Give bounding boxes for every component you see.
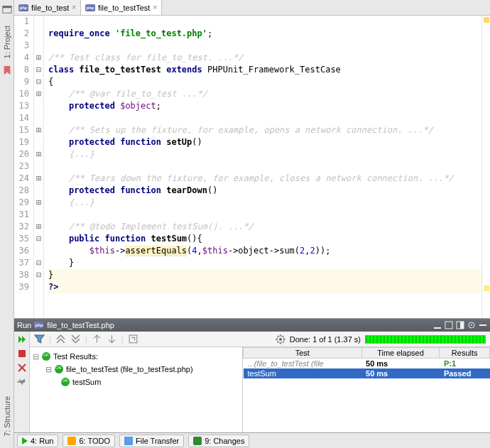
line-numbers: 1234891013141519202324282931323536373839 bbox=[14, 16, 34, 318]
table-row[interactable]: testSum50 msPassed bbox=[244, 368, 490, 378]
tab-file-to-test-test[interactable]: php file_to_testTest × bbox=[81, 0, 162, 15]
svg-rect-3 bbox=[445, 322, 452, 329]
tree-root-label: Test Results: bbox=[53, 352, 98, 361]
run-file-label: file_to_testTest.php bbox=[47, 321, 114, 329]
changes-tool-button[interactable]: 9: Changes bbox=[188, 435, 249, 447]
settings-icon[interactable] bbox=[276, 334, 285, 344]
gear-icon[interactable] bbox=[467, 321, 476, 329]
project-tool-tab[interactable]: 1: Project bbox=[1, 23, 13, 61]
run-header-label: Run bbox=[17, 321, 31, 329]
ok-status-icon bbox=[42, 352, 50, 361]
svg-rect-9 bbox=[18, 350, 26, 357]
error-stripe[interactable] bbox=[481, 16, 490, 318]
tab-label: file_to_test bbox=[31, 4, 69, 12]
php-file-icon: php bbox=[18, 4, 28, 11]
results-split: ⊟ Test Results: ⊟ file_to_testTest (file… bbox=[30, 347, 490, 432]
test-tree[interactable]: ⊟ Test Results: ⊟ file_to_testTest (file… bbox=[30, 347, 243, 432]
th-time[interactable]: Time elapsed bbox=[361, 348, 440, 359]
tab-label: file_to_testTest bbox=[98, 4, 150, 12]
progress-bar bbox=[365, 335, 486, 344]
svg-rect-2 bbox=[434, 327, 441, 329]
table-row[interactable]: .. (file_to_testTest (file50 msP:1 bbox=[244, 359, 490, 369]
svg-rect-8 bbox=[479, 324, 486, 326]
tree-suite[interactable]: ⊟ file_to_testTest (file_to_testTest.php… bbox=[33, 363, 239, 376]
collapse-icon[interactable] bbox=[55, 334, 66, 344]
changes-icon bbox=[193, 437, 202, 445]
todo-btn-label: 6: TODO bbox=[79, 437, 110, 445]
results-table[interactable]: Test Time elapsed Results .. (file_to_te… bbox=[243, 347, 490, 432]
next-icon[interactable] bbox=[107, 334, 117, 344]
bottom-tool-bar: 4: Run 6: TODO File Transfer 9: Changes bbox=[14, 432, 490, 448]
changes-btn-label: 9: Changes bbox=[205, 437, 244, 445]
pin-icon[interactable] bbox=[17, 377, 27, 387]
dock-icon[interactable] bbox=[456, 321, 464, 329]
ok-status-icon bbox=[55, 365, 63, 373]
run-tool-window: Run php file_to_testTest.php | bbox=[14, 318, 490, 432]
tree-suite-label: file_to_testTest (file_to_testTest.php) bbox=[66, 365, 193, 373]
main-area: php file_to_test × php file_to_testTest … bbox=[14, 0, 490, 448]
hide-icon[interactable] bbox=[479, 321, 487, 329]
svg-rect-1 bbox=[2, 6, 11, 9]
editor-tabs: php file_to_test × php file_to_testTest … bbox=[14, 0, 490, 16]
code-editor[interactable]: 1234891013141519202324282931323536373839… bbox=[14, 16, 490, 318]
php-file-icon: php bbox=[34, 322, 44, 329]
rerun-icon[interactable] bbox=[17, 334, 27, 344]
ok-status-icon bbox=[61, 378, 70, 386]
todo-tool-button[interactable]: 6: TODO bbox=[62, 435, 115, 447]
th-test[interactable]: Test bbox=[244, 348, 362, 359]
warning-marker[interactable] bbox=[484, 17, 489, 23]
tab-file-to-test[interactable]: php file_to_test × bbox=[14, 0, 81, 15]
code-area[interactable]: require_once 'file_to_test.php';/** Test… bbox=[44, 16, 481, 318]
svg-rect-10 bbox=[129, 335, 137, 343]
svg-rect-5 bbox=[460, 322, 464, 329]
warning-marker[interactable] bbox=[484, 285, 489, 291]
tree-root[interactable]: ⊟ Test Results: bbox=[33, 350, 239, 363]
svg-point-7 bbox=[471, 324, 472, 326]
fold-gutter[interactable]: ⊞⊟⊟⊞⊞⊞⊞⊞⊞⊟⊟⊟ bbox=[34, 16, 44, 318]
tree-test-label: testSum bbox=[72, 378, 101, 386]
run-header[interactable]: Run php file_to_testTest.php bbox=[14, 319, 490, 332]
minimize-icon[interactable] bbox=[433, 321, 442, 329]
run-side-toolbar bbox=[14, 332, 30, 432]
left-tool-gutter: 1: Project 7: Structure bbox=[0, 0, 14, 448]
done-label: Done: 1 of 1 (1.37 s) bbox=[290, 335, 361, 344]
close-run-icon[interactable] bbox=[17, 363, 27, 373]
php-file-icon: php bbox=[85, 4, 95, 11]
bookmark-icon[interactable] bbox=[2, 65, 12, 75]
transfer-btn-label: File Transfer bbox=[136, 437, 179, 445]
project-icon bbox=[2, 4, 12, 14]
float-icon[interactable] bbox=[445, 321, 453, 329]
run-toolbar: | | | Done: 1 of 1 (1.37 s) bbox=[30, 332, 490, 347]
export-icon[interactable] bbox=[128, 334, 138, 344]
tree-test[interactable]: testSum bbox=[33, 376, 239, 388]
expand-icon[interactable] bbox=[70, 334, 81, 344]
filter-icon[interactable] bbox=[34, 334, 45, 344]
th-result[interactable]: Results bbox=[440, 348, 490, 359]
run-body: | | | Done: 1 of 1 (1.37 s) bbox=[14, 332, 490, 432]
run-tool-button[interactable]: 4: Run bbox=[17, 435, 58, 447]
run-btn-label: 4: Run bbox=[31, 437, 53, 445]
svg-point-12 bbox=[279, 338, 282, 341]
stop-icon[interactable] bbox=[17, 349, 27, 359]
transfer-icon bbox=[124, 437, 133, 445]
todo-icon bbox=[67, 437, 76, 445]
structure-tool-tab[interactable]: 7: Structure bbox=[1, 393, 13, 439]
close-icon[interactable]: × bbox=[72, 4, 76, 11]
file-transfer-button[interactable]: File Transfer bbox=[119, 435, 184, 447]
close-icon[interactable]: × bbox=[153, 4, 157, 11]
run-main: | | | Done: 1 of 1 (1.37 s) bbox=[30, 332, 490, 432]
prev-icon[interactable] bbox=[92, 334, 102, 344]
play-icon bbox=[22, 437, 28, 444]
